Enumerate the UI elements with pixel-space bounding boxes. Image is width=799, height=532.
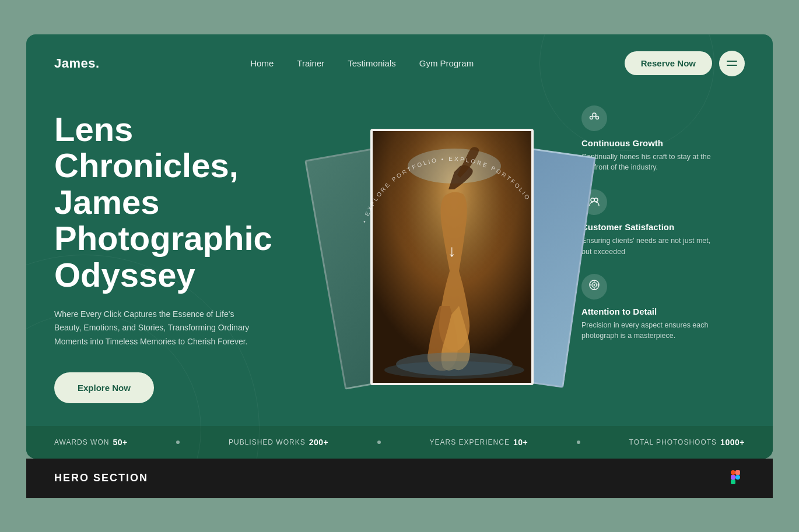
svg-point-10 [594, 198, 598, 202]
svg-point-13 [594, 284, 595, 286]
nav-link-gym[interactable]: Gym Program [419, 58, 474, 68]
stat-photoshoots: TOTAL PHOTOSHOOTS 1000+ [629, 438, 745, 447]
svg-text:• EXPLORE PORTFOLIO • EXPLORE : • EXPLORE PORTFOLIO • EXPLORE PORTFOLIO [361, 155, 532, 223]
nav-links: Home Trainer Testimonials Gym Program [250, 58, 474, 69]
growth-icon [588, 110, 601, 126]
circular-text: • EXPLORE PORTFOLIO • EXPLORE PORTFOLIO … [335, 135, 569, 368]
svg-rect-21 [731, 480, 735, 484]
stat-published-label: PUBLISHED WORKS [229, 438, 306, 446]
svg-rect-18 [731, 470, 735, 475]
feature-customer-satisfaction: Customer Satisfaction Ensuring clients' … [581, 189, 745, 258]
stat-experience-label: YEARS EXPERIENCE [430, 438, 510, 446]
features-area: Continuous Growth Continually hones his … [581, 100, 745, 414]
reserve-button[interactable]: Reserve Now [625, 51, 712, 75]
svg-rect-20 [731, 475, 735, 480]
svg-point-9 [591, 198, 594, 202]
svg-rect-19 [735, 470, 740, 475]
svg-point-6 [593, 113, 596, 117]
page-label-bar: HERO SECTION [26, 459, 773, 498]
feature-title-2: Customer Satisfaction [581, 222, 745, 232]
feature-desc-2: Ensuring clients' needs are not just met… [581, 235, 721, 258]
stat-dot-1 [176, 441, 180, 444]
feature-attention-detail: Attention to Detail Precision in every a… [581, 274, 745, 342]
hero-card: James. Home Trainer Testimonials Gym Pro… [26, 34, 773, 459]
arrow-down-icon: ↓ [448, 242, 456, 260]
stat-dot-3 [577, 441, 580, 444]
stat-experience-value: 10+ [513, 438, 528, 447]
stats-bar: AWARDS WON 50+ PUBLISHED WORKS 200+ YEAR… [26, 426, 773, 459]
photo-stack: • EXPLORE PORTFOLIO • EXPLORE PORTFOLIO … [341, 117, 563, 385]
feature-desc-1: Continually hones his craft to stay at t… [581, 152, 721, 174]
menu-line-1 [727, 61, 737, 62]
stat-awards-value: 50+ [113, 438, 127, 447]
stat-dot-2 [377, 441, 381, 444]
svg-point-22 [735, 475, 740, 480]
menu-line-2 [727, 65, 737, 66]
svg-point-7 [590, 117, 593, 119]
feature-continuous-growth: Continuous Growth Continually hones his … [581, 105, 745, 174]
stat-published: PUBLISHED WORKS 200+ [229, 438, 328, 447]
nav-link-home[interactable]: Home [250, 58, 274, 68]
nav-link-trainer[interactable]: Trainer [297, 58, 324, 68]
brand-logo: James. [54, 56, 100, 71]
svg-point-8 [596, 117, 599, 119]
feature-icon-wrap-3 [581, 274, 607, 300]
explore-button[interactable]: Explore Now [54, 372, 154, 403]
stat-awards-label: AWARDS WON [54, 438, 109, 446]
menu-button[interactable] [719, 51, 745, 76]
nav-link-testimonials[interactable]: Testimonials [348, 58, 396, 68]
feature-title-3: Attention to Detail [581, 306, 745, 316]
page-label-text: HERO SECTION [54, 472, 148, 484]
hero-body: Lens Chronicles, James Photographic Odys… [26, 88, 773, 414]
nav-actions: Reserve Now [625, 51, 745, 76]
detail-icon [588, 279, 601, 294]
stat-awards: AWARDS WON 50+ [54, 438, 128, 447]
feature-title-1: Continuous Growth [581, 138, 745, 148]
feature-icon-wrap-1 [581, 105, 607, 131]
photos-area: • EXPLORE PORTFOLIO • EXPLORE PORTFOLIO … [323, 100, 581, 414]
hero-title: Lens Chronicles, James Photographic Odys… [54, 111, 323, 294]
hero-subtitle: Where Every Click Captures the Essence o… [54, 308, 253, 349]
figma-icon [726, 469, 745, 488]
hero-text-section: Lens Chronicles, James Photographic Odys… [54, 100, 323, 414]
feature-desc-3: Precision in every aspect ensures each p… [581, 320, 721, 342]
navbar: James. Home Trainer Testimonials Gym Pro… [26, 34, 773, 88]
stat-photoshoots-label: TOTAL PHOTOSHOOTS [629, 438, 717, 446]
stat-published-value: 200+ [309, 438, 329, 447]
stat-experience: YEARS EXPERIENCE 10+ [430, 438, 528, 447]
stat-photoshoots-value: 1000+ [720, 438, 745, 447]
